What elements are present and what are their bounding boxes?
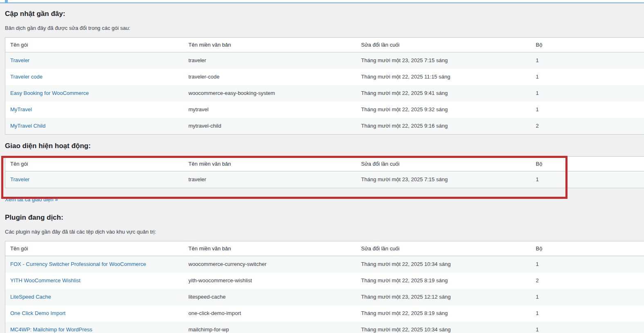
last-modified-cell: Tháng mười một 22, 2025 10:34 sáng xyxy=(356,322,531,333)
text-domain-cell: traveler-code xyxy=(184,69,356,85)
text-domain-cell: traveler xyxy=(184,52,356,69)
table-header-row: Tên gói Tên miền văn bản Sửa đổi lần cuố… xyxy=(5,38,644,52)
column-header-text-domain: Tên miền văn bản xyxy=(184,241,356,256)
table-row: Traveler traveler Tháng mười một 23, 202… xyxy=(5,171,644,188)
translating-plugins-table: Tên gói Tên miền văn bản Sửa đổi lần cuố… xyxy=(5,241,644,333)
package-name-link[interactable]: One Click Demo Import xyxy=(10,310,65,316)
text-domain-cell: mailchimp-for-wp xyxy=(184,322,356,333)
text-domain-cell: traveler xyxy=(184,171,356,188)
set-count-cell: 2 xyxy=(531,272,644,289)
last-modified-cell: Tháng mười một 23, 2025 7:15 sáng xyxy=(356,171,531,188)
section-heading-recent-updates: Cập nhật gần đây: xyxy=(5,9,644,18)
recent-updates-table: Tên gói Tên miền văn bản Sửa đổi lần cuố… xyxy=(5,37,644,135)
table-row: MyTravel Child mytravel-child Tháng mười… xyxy=(5,118,644,135)
table-header-row: Tên gói Tên miền văn bản Sửa đổi lần cuố… xyxy=(5,241,644,256)
column-header-text-domain: Tên miền văn bản xyxy=(184,157,356,171)
column-header-text-domain: Tên miền văn bản xyxy=(184,38,356,52)
set-count-cell: 1 xyxy=(531,171,644,188)
text-domain-cell: one-click-demo-import xyxy=(184,305,356,322)
recent-updates-description: Bản dịch gần đây đã được sửa đổi trong c… xyxy=(5,25,644,31)
loco-translate-dashboard: { "colors": { "page_bg": "#f0f0f1", "acc… xyxy=(0,0,644,333)
last-modified-cell: Tháng mười một 22, 2025 8:19 sáng xyxy=(356,305,531,322)
column-header-set: Bộ xyxy=(531,241,644,256)
package-name-link[interactable]: Traveler xyxy=(10,176,29,182)
column-header-last-modified: Sửa đổi lần cuối xyxy=(356,38,531,52)
set-count-cell: 1 xyxy=(531,256,644,273)
table-row: FOX - Currency Switcher Professional for… xyxy=(5,256,644,273)
last-modified-cell: Tháng mười một 22, 2025 10:34 sáng xyxy=(356,256,531,273)
package-name-link[interactable]: MyTravel Child xyxy=(10,123,45,129)
set-count-cell: 1 xyxy=(531,322,644,333)
package-name-link[interactable]: LiteSpeed Cache xyxy=(10,294,51,300)
set-count-cell: 1 xyxy=(531,101,644,118)
column-header-last-modified: Sửa đổi lần cuối xyxy=(356,157,531,171)
set-count-cell: 2 xyxy=(531,118,644,135)
set-count-cell: 1 xyxy=(531,289,644,305)
text-domain-cell: litespeed-cache xyxy=(184,289,356,305)
text-domain-cell: mytravel-child xyxy=(184,118,356,135)
column-header-last-modified: Sửa đổi lần cuối xyxy=(356,241,531,256)
last-modified-cell: Tháng mười một 22, 2025 11:15 sáng xyxy=(356,69,531,85)
set-count-cell: 1 xyxy=(531,69,644,85)
package-name-link[interactable]: Easy Booking for WooCommerce xyxy=(10,90,89,96)
text-domain-cell: woocommerce-currency-switcher xyxy=(184,256,356,273)
text-domain-cell: woocommerce-easy-booking-system xyxy=(184,85,356,101)
table-row: One Click Demo Import one-click-demo-imp… xyxy=(5,305,644,322)
text-domain-cell: mytravel xyxy=(184,101,356,118)
column-header-package: Tên gói xyxy=(5,38,184,52)
notice-bottom-edge xyxy=(0,0,644,3)
table-row: Traveler code traveler-code Tháng mười m… xyxy=(5,69,644,85)
last-modified-cell: Tháng mười một 22, 2025 9:16 sáng xyxy=(356,118,531,135)
set-count-cell: 1 xyxy=(531,305,644,322)
table-row: LiteSpeed Cache litespeed-cache Tháng mư… xyxy=(5,289,644,305)
package-name-link[interactable]: Traveler xyxy=(10,57,29,63)
translating-plugins-description: Các plugin này gần đây đã tải các tệp dị… xyxy=(5,229,644,235)
section-heading-active-theme: Giao diện hiện hoạt động: xyxy=(5,142,644,151)
package-name-link[interactable]: FOX - Currency Switcher Professional for… xyxy=(10,261,146,267)
table-row: MyTravel mytravel Tháng mười một 22, 202… xyxy=(5,101,644,118)
table-row: Traveler traveler Tháng mười một 23, 202… xyxy=(5,52,644,69)
last-modified-cell: Tháng mười một 23, 2025 7:15 sáng xyxy=(356,52,531,69)
text-domain-cell: yith-woocommerce-wishlist xyxy=(184,272,356,289)
set-count-cell: 1 xyxy=(531,85,644,101)
last-modified-cell: Tháng mười một 23, 2025 12:12 sáng xyxy=(356,289,531,305)
section-heading-translating-plugins: Plugin đang dịch: xyxy=(5,213,644,222)
package-name-link[interactable]: YITH WooCommerce Wishlist xyxy=(10,277,81,284)
notice-accent-bar xyxy=(5,0,8,3)
table-row: YITH WooCommerce Wishlist yith-woocommer… xyxy=(5,272,644,289)
table-row: Easy Booking for WooCommerce woocommerce… xyxy=(5,85,644,101)
column-header-package: Tên gói xyxy=(5,241,184,256)
package-name-link[interactable]: MC4WP: Mailchimp for WordPress xyxy=(10,326,92,333)
table-row: MC4WP: Mailchimp for WordPress mailchimp… xyxy=(5,322,644,333)
last-modified-cell: Tháng mười một 22, 2025 9:41 sáng xyxy=(356,85,531,101)
package-name-link[interactable]: Traveler code xyxy=(10,74,43,80)
view-all-themes-link[interactable]: Xem tất cả giao diện » xyxy=(5,196,58,203)
active-theme-table: Tên gói Tên miền văn bản Sửa đổi lần cuố… xyxy=(5,156,644,188)
column-header-set: Bộ xyxy=(531,157,644,171)
column-header-set: Bộ xyxy=(531,38,644,52)
last-modified-cell: Tháng mười một 22, 2025 9:32 sáng xyxy=(356,101,531,118)
column-header-package: Tên gói xyxy=(5,157,184,171)
table-header-row: Tên gói Tên miền văn bản Sửa đổi lần cuố… xyxy=(5,157,644,171)
last-modified-cell: Tháng mười một 22, 2025 8:19 sáng xyxy=(356,272,531,289)
set-count-cell: 1 xyxy=(531,52,644,69)
package-name-link[interactable]: MyTravel xyxy=(10,106,32,112)
